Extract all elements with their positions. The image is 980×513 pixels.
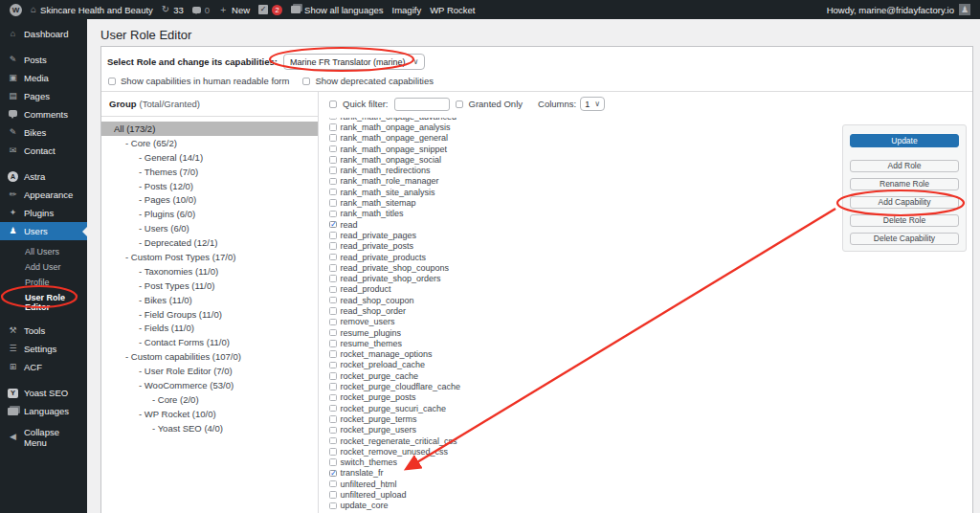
capability-checkbox[interactable] [329, 319, 337, 326]
capability-row[interactable]: read_private_products [329, 252, 645, 262]
sidebar-item[interactable]: ⌂ Dashboard [0, 25, 87, 43]
update-button[interactable]: Update [850, 134, 959, 147]
capability-row[interactable]: read [329, 219, 645, 230]
capability-checkbox[interactable] [329, 372, 337, 380]
sidebar-item[interactable]: Comments [0, 105, 87, 123]
columns-select[interactable]: 1 ∨ [580, 97, 605, 111]
group-tree-row[interactable]: - Posts (12/0) [101, 179, 318, 193]
sidebar-item[interactable]: ◀ Collapse Menu [0, 428, 87, 446]
capability-checkbox[interactable] [329, 221, 337, 229]
group-tree-row[interactable]: - Core (65/2) [101, 136, 318, 150]
capability-checkbox[interactable] [329, 329, 337, 337]
group-tree-row[interactable]: - Themes (7/0) [101, 165, 318, 179]
group-tree-row[interactable]: - Custom Post Types (17/0) [101, 250, 318, 264]
group-tree-row[interactable]: - Fields (11/0) [101, 321, 318, 335]
capability-checkbox[interactable] [329, 502, 337, 510]
capability-row[interactable]: read_shop_order [329, 305, 645, 316]
capability-row[interactable]: rank_math_site_analysis [329, 187, 645, 197]
capability-row[interactable]: rocket_purge_terms [329, 413, 645, 424]
capability-row[interactable]: unfiltered_html [329, 479, 645, 489]
capability-row[interactable]: rank_math_role_manager [329, 176, 645, 187]
show-all-languages-link[interactable]: Show all languages [291, 5, 383, 15]
capability-checkbox[interactable] [329, 199, 337, 207]
capability-checkbox[interactable] [329, 286, 337, 294]
group-tree-row[interactable]: - Custom capabilities (107/0) [101, 349, 318, 364]
wp-rocket-link[interactable]: WP Rocket [430, 5, 475, 15]
sidebar-item[interactable]: ☰ Settings [0, 340, 87, 358]
sidebar-item[interactable]: ▣ Media [0, 69, 87, 87]
capability-checkbox[interactable] [329, 491, 337, 499]
deprecated-checkbox[interactable] [302, 78, 310, 85]
capability-row[interactable]: rocket_manage_options [329, 349, 645, 360]
capability-checkbox[interactable] [329, 394, 337, 402]
capability-row[interactable]: read_private_shop_coupons [329, 262, 645, 273]
group-tree-row[interactable]: - Contact Forms (11/0) [101, 335, 318, 349]
sidebar-item[interactable]: Y Yoast SEO [0, 384, 87, 402]
group-tree-row[interactable]: - WP Rocket (10/0) [101, 407, 318, 421]
capability-checkbox[interactable] [329, 297, 337, 304]
capability-checkbox[interactable] [329, 307, 337, 315]
role-select[interactable]: Marine FR Translator (marine) ∨ [283, 54, 425, 70]
add-capability-button[interactable]: Add Capability [850, 196, 959, 209]
sidebar-item[interactable]: Languages [0, 402, 87, 420]
capability-checkbox[interactable] [329, 362, 337, 369]
sidebar-item[interactable]: ✉ Contact [0, 142, 87, 160]
submenu-item[interactable]: Add User [0, 259, 87, 275]
capability-checkbox[interactable] [329, 383, 337, 390]
capability-row[interactable]: rocket_preload_cache [329, 360, 645, 370]
capability-checkbox[interactable] [329, 275, 337, 282]
capability-checkbox[interactable] [329, 189, 337, 196]
site-name-link[interactable]: ⌂ Skincare Health and Beauty [31, 5, 153, 15]
new-content-link[interactable]: ＋ New [218, 5, 250, 15]
capability-checkbox[interactable] [329, 156, 337, 164]
capability-checkbox[interactable] [329, 350, 337, 358]
submenu-item[interactable]: User Role Editor [0, 290, 87, 315]
capability-checkbox[interactable] [329, 134, 337, 142]
capability-checkbox[interactable] [329, 448, 337, 456]
human-readable-checkbox[interactable] [108, 78, 116, 85]
group-tree-row[interactable]: All (173/2) [101, 122, 318, 136]
sidebar-item[interactable]: ✦ Plugins [0, 204, 87, 222]
account-menu[interactable]: Howdy, marine@fridayfactory.io ♟ [827, 4, 970, 15]
sidebar-item[interactable]: ✏ Appearance [0, 186, 87, 204]
quick-filter-input[interactable] [394, 98, 450, 111]
capability-row[interactable]: unfiltered_upload [329, 489, 645, 500]
capability-row[interactable]: rocket_remove_unused_css [329, 446, 645, 457]
plugin-notification-link[interactable]: ✓ 2 [258, 5, 282, 15]
group-tree-row[interactable]: - Deprecated (12/1) [101, 235, 318, 250]
rename-role-button[interactable]: Rename Role [850, 178, 959, 190]
capability-row[interactable]: rank_math_titles [329, 209, 645, 219]
updates-link[interactable]: ↻ 33 [162, 5, 184, 15]
group-tree-row[interactable]: - General (14/1) [101, 150, 318, 165]
capability-checkbox[interactable] [329, 167, 337, 174]
filter-checkbox[interactable] [329, 100, 337, 108]
capability-row[interactable]: switch_themes [329, 457, 645, 468]
sidebar-item[interactable]: ⚒ Tools [0, 322, 87, 340]
group-tree-row[interactable]: - Bikes (11/0) [101, 293, 318, 307]
capability-row[interactable]: read_private_pages [329, 230, 645, 240]
capability-checkbox[interactable] [329, 232, 337, 239]
capability-row[interactable]: read_shop_coupon [329, 295, 645, 305]
capability-checkbox[interactable] [329, 264, 337, 272]
capability-row[interactable]: resume_plugins [329, 327, 645, 338]
capability-row[interactable]: rank_math_onpage_snippet [329, 144, 645, 154]
capability-row[interactable]: rank_math_onpage_general [329, 133, 645, 144]
capability-checkbox[interactable] [329, 458, 337, 466]
sidebar-item[interactable]: ✎ Bikes [0, 123, 87, 142]
group-tree-row[interactable]: - WooCommerce (53/0) [101, 378, 318, 392]
delete-capability-button[interactable]: Delete Capability [850, 233, 959, 245]
submenu-item[interactable]: Profile [0, 275, 87, 290]
capability-row[interactable]: remove_users [329, 317, 645, 327]
group-tree-row[interactable]: - Plugins (6/0) [101, 207, 318, 221]
group-tree-row[interactable]: - Post Types (11/0) [101, 279, 318, 293]
capability-row[interactable]: rocket_purge_posts [329, 392, 645, 403]
capability-row[interactable]: rank_math_sitemap [329, 197, 645, 208]
capability-checkbox[interactable] [329, 123, 337, 131]
capability-row[interactable]: rocket_regenerate_critical_css [329, 435, 645, 446]
group-tree-row[interactable]: - Yoast SEO (4/0) [101, 421, 318, 435]
comments-link[interactable]: 0 [192, 5, 210, 15]
capability-row[interactable]: rocket_purge_users [329, 425, 645, 435]
capability-row[interactable]: read_private_posts [329, 241, 645, 252]
capability-checkbox[interactable] [329, 118, 337, 120]
group-tree-row[interactable]: - User Role Editor (7/0) [101, 364, 318, 378]
